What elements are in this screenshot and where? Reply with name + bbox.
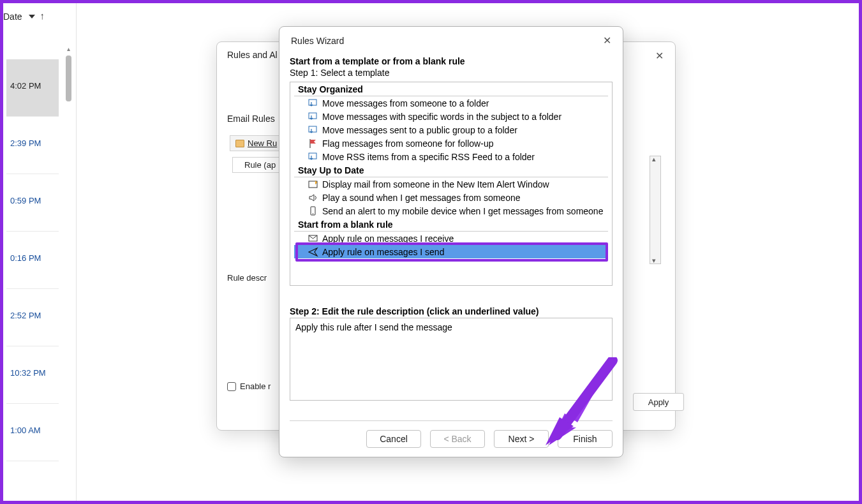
wizard-step1-label: Step 1: Select a template xyxy=(290,68,613,78)
next-button[interactable]: Next > xyxy=(494,430,549,448)
move-folder-icon xyxy=(308,98,318,108)
chevron-down-icon xyxy=(29,15,35,19)
scroll-up-icon[interactable]: ▴ xyxy=(66,44,71,53)
wizard-title: Rules Wizard xyxy=(279,27,623,51)
option-label: Display mail from someone in the New Ite… xyxy=(322,179,549,189)
option-label: Flag messages from someone for follow-up xyxy=(322,138,493,149)
template-option[interactable]: Send an alert to my mobile device when I… xyxy=(290,204,612,218)
mobile-icon xyxy=(308,206,318,216)
option-label: Apply rule on messages I receive xyxy=(322,233,454,244)
message-time: 0:59 PM xyxy=(10,196,41,205)
list-item[interactable]: 2:39 PM xyxy=(6,117,59,174)
wizard-button-row: Cancel < Back Next > Finish xyxy=(290,420,613,448)
svg-rect-2 xyxy=(309,126,316,132)
svg-rect-3 xyxy=(309,153,316,159)
move-folder-icon xyxy=(308,152,318,162)
option-label: Play a sound when I get messages from so… xyxy=(322,193,521,203)
message-time: 2:52 PM xyxy=(10,311,41,320)
template-option[interactable]: Flag messages from someone for follow-up xyxy=(290,137,612,150)
template-option[interactable]: Move messages sent to a public group to … xyxy=(290,123,612,137)
message-time: 1:00 AM xyxy=(10,426,41,435)
rule-description-label: Rule descr xyxy=(227,273,267,283)
template-option[interactable]: Apply rule on messages I receive xyxy=(290,232,612,245)
list-item[interactable]: 2:52 PM xyxy=(6,289,59,346)
list-item[interactable]: 1:00 AM xyxy=(6,404,59,461)
close-button[interactable]: ✕ xyxy=(650,46,669,65)
apply-button[interactable]: Apply xyxy=(633,393,684,411)
send-icon xyxy=(308,247,318,257)
back-button[interactable]: < Back xyxy=(430,430,485,448)
message-time: 0:16 PM xyxy=(10,253,41,263)
sound-icon xyxy=(308,193,318,203)
list-item[interactable]: 0:59 PM xyxy=(6,174,59,232)
list-item[interactable]: 4:02 PM xyxy=(6,59,59,117)
option-label: Move messages from someone to a folder xyxy=(322,98,489,108)
template-option[interactable]: Move messages with specific words in the… xyxy=(290,110,612,123)
move-folder-icon xyxy=(308,125,318,135)
category-blank-rule: Start from a blank rule xyxy=(294,218,608,232)
template-option[interactable]: Move RSS items from a specific RSS Feed … xyxy=(290,150,612,163)
list-item[interactable]: 0:16 PM xyxy=(6,232,59,289)
finish-button[interactable]: Finish xyxy=(558,430,613,448)
option-label: Move messages sent to a public group to … xyxy=(322,125,517,135)
cancel-button[interactable]: Cancel xyxy=(366,430,421,448)
back-label: < Back xyxy=(443,434,471,444)
rule-description-text: Apply this rule after I send the message xyxy=(295,322,452,332)
enable-rules-checkbox[interactable]: Enable r xyxy=(227,382,271,391)
rule-applied-header: Rule (ap xyxy=(232,157,283,173)
new-rule-button[interactable]: New Ru xyxy=(230,135,283,151)
svg-rect-1 xyxy=(309,113,316,119)
enable-label: Enable r xyxy=(240,382,271,391)
move-folder-icon xyxy=(308,112,318,122)
template-option-selected[interactable]: Apply rule on messages I send xyxy=(294,245,608,258)
scrollbar-thumb[interactable] xyxy=(66,56,71,101)
template-option-selected-wrap: Apply rule on messages I send xyxy=(294,245,608,258)
option-label: Apply rule on messages I send xyxy=(322,247,444,257)
category-stay-organized: Stay Organized xyxy=(294,82,608,96)
option-label: Move messages with specific words in the… xyxy=(322,112,561,122)
message-time: 2:39 PM xyxy=(10,138,41,148)
flag-icon xyxy=(308,138,318,149)
svg-point-6 xyxy=(313,213,314,214)
apply-label: Apply xyxy=(648,397,669,407)
message-time: 4:02 PM xyxy=(10,81,41,91)
list-item[interactable]: 10:32 PM xyxy=(6,346,59,404)
option-label: Send an alert to my mobile device when I… xyxy=(322,206,603,216)
wizard-heading: Start from a template or from a blank ru… xyxy=(290,56,613,66)
template-option[interactable]: Display mail from someone in the New Ite… xyxy=(290,177,612,191)
sort-header[interactable]: Date ↑ xyxy=(3,3,76,28)
template-option[interactable]: Move messages from someone to a folder xyxy=(290,96,612,110)
rules-scrollbar[interactable] xyxy=(650,156,661,264)
sort-label: Date xyxy=(3,11,22,22)
svg-rect-0 xyxy=(309,100,316,105)
new-rule-label: New Ru xyxy=(248,138,277,148)
option-label: Move RSS items from a specific RSS Feed … xyxy=(322,152,535,162)
message-list-pane: Date ↑ ▴ 4:02 PM 2:39 PM 0:59 PM 0:16 PM… xyxy=(3,3,77,501)
template-listbox: Stay Organized Move messages from someon… xyxy=(290,82,613,286)
rule-description-box[interactable]: Apply this rule after I send the message xyxy=(290,318,613,401)
tab-email-rules[interactable]: Email Rules xyxy=(227,114,275,124)
checkbox-icon xyxy=(227,382,236,391)
template-option[interactable]: Play a sound when I get messages from so… xyxy=(290,191,612,204)
next-label: Next > xyxy=(509,434,535,444)
close-button[interactable]: ✕ xyxy=(597,31,616,50)
new-rule-icon xyxy=(235,140,244,147)
finish-label: Finish xyxy=(573,434,597,444)
message-list: 4:02 PM 2:39 PM 0:59 PM 0:16 PM 2:52 PM … xyxy=(6,59,59,461)
wizard-step2-label: Step 2: Edit the rule description (click… xyxy=(290,306,613,316)
category-stay-uptodate: Stay Up to Date xyxy=(294,163,608,177)
alert-window-icon xyxy=(308,179,318,189)
sort-arrow-up-icon: ↑ xyxy=(40,10,45,21)
envelope-icon xyxy=(308,233,318,244)
message-time: 10:32 PM xyxy=(10,368,46,378)
rules-wizard-dialog: Rules Wizard ✕ Start from a template or … xyxy=(279,26,623,457)
cancel-label: Cancel xyxy=(380,434,408,444)
